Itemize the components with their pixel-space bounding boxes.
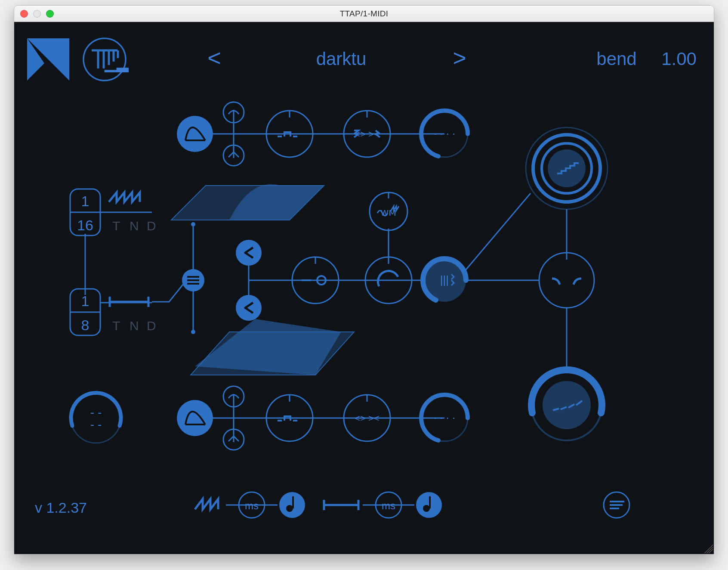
knob-filter[interactable] bbox=[539, 253, 594, 308]
width-glyph-icon: <> >< bbox=[355, 129, 379, 139]
param-label[interactable]: bend bbox=[596, 49, 636, 69]
svg-point-13 bbox=[236, 240, 262, 266]
titlebar[interactable]: TTAP/1-MIDI bbox=[14, 6, 714, 22]
dots-icon: · · · · bbox=[434, 127, 456, 140]
dash-icon: - - bbox=[90, 406, 102, 419]
svg-point-79 bbox=[423, 505, 430, 512]
time-b-numerator[interactable]: 1 bbox=[81, 293, 89, 309]
svg-point-71 bbox=[286, 505, 293, 512]
send-inc-button[interactable] bbox=[236, 295, 262, 321]
svg-point-41 bbox=[191, 222, 195, 226]
svg-point-15 bbox=[236, 295, 262, 321]
time-b-denominator[interactable]: 8 bbox=[81, 317, 89, 333]
svg-text:ms: ms bbox=[245, 500, 259, 511]
menu-button[interactable] bbox=[604, 492, 629, 518]
knob-mod[interactable]: wᴍ bbox=[370, 192, 407, 230]
svg-text:ms: ms bbox=[382, 500, 395, 511]
version-label: v 1.2.37 bbox=[35, 499, 87, 516]
preset-prev-button[interactable]: < bbox=[207, 45, 221, 71]
tape-b-display[interactable] bbox=[191, 319, 354, 375]
time-a-mode-d[interactable]: D bbox=[147, 219, 156, 233]
time-a-denominator[interactable]: 16 bbox=[77, 217, 93, 233]
knob-output-a[interactable] bbox=[526, 127, 608, 209]
env-b-shape-button[interactable] bbox=[177, 400, 213, 436]
time-b-mode-n[interactable]: N bbox=[130, 319, 139, 333]
svg-point-3 bbox=[177, 116, 213, 152]
bars-icon: ||| bbox=[440, 273, 449, 286]
preset-name-display[interactable]: darktu bbox=[316, 49, 367, 69]
param-value[interactable]: 1.00 bbox=[661, 49, 697, 69]
knob-output-b[interactable] bbox=[531, 370, 602, 440]
env-a-shape-button[interactable] bbox=[177, 116, 213, 152]
time-a-numerator[interactable]: 1 bbox=[81, 193, 89, 209]
time-a-mode-n[interactable]: N bbox=[130, 219, 139, 233]
app-window: TTAP/1-MIDI ▁▂ < darktu > bend 1.00 bbox=[14, 5, 714, 555]
product-logo-icon[interactable]: ▁▂ bbox=[83, 38, 129, 81]
knob-dry[interactable]: - - - - bbox=[71, 393, 121, 443]
svg-point-59 bbox=[539, 253, 594, 308]
send-dec-button[interactable] bbox=[236, 240, 262, 266]
width-glyph-icon: <> >< bbox=[355, 413, 379, 424]
dash-icon: - - bbox=[90, 418, 102, 431]
time-a-mode-t[interactable]: T bbox=[112, 219, 120, 233]
minimize-icon[interactable] bbox=[33, 10, 41, 18]
time-b-mode-t[interactable]: T bbox=[112, 319, 120, 333]
preset-next-button[interactable]: > bbox=[453, 45, 466, 71]
time-b-selector[interactable]: 1 8 bbox=[70, 289, 152, 335]
routing-node-button[interactable] bbox=[182, 269, 204, 291]
footer-wave-icon[interactable] bbox=[195, 499, 218, 509]
resize-grip-icon[interactable] bbox=[702, 542, 713, 553]
maximize-icon[interactable] bbox=[46, 10, 54, 18]
time-a-wave-icon[interactable] bbox=[109, 192, 140, 202]
svg-line-64 bbox=[464, 193, 531, 272]
window-controls bbox=[20, 10, 54, 18]
time-b-mode-d[interactable]: D bbox=[147, 319, 156, 333]
footer-note-2-button[interactable] bbox=[416, 492, 442, 518]
knob-texture[interactable]: ||| bbox=[423, 259, 466, 302]
svg-point-43 bbox=[191, 330, 195, 334]
svg-point-45 bbox=[177, 400, 213, 436]
svg-point-66 bbox=[543, 381, 591, 429]
tape-a-display[interactable] bbox=[171, 184, 324, 220]
dots-icon: · · · · bbox=[434, 411, 456, 424]
footer-span-icon[interactable] bbox=[324, 500, 358, 510]
footer-note-1-button[interactable] bbox=[279, 492, 305, 518]
brand-logo-icon[interactable] bbox=[27, 38, 69, 81]
plugin-body: ▁▂ < darktu > bend 1.00 bbox=[14, 22, 714, 554]
window-title: TTAP/1-MIDI bbox=[14, 9, 714, 19]
time-b-span-icon[interactable] bbox=[110, 297, 148, 307]
close-icon[interactable] bbox=[20, 10, 28, 18]
